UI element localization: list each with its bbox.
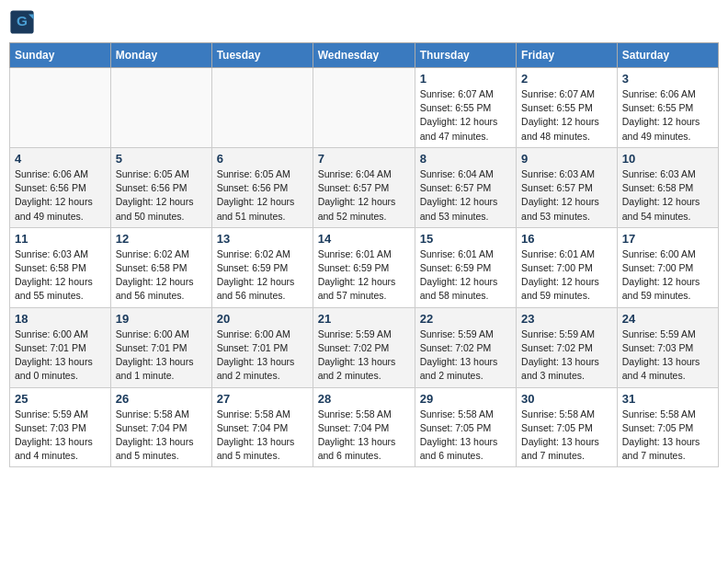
calendar-cell: 31Sunrise: 5:58 AMSunset: 7:05 PMDayligh… <box>617 387 718 467</box>
day-info: Sunrise: 6:05 AMSunset: 6:56 PMDaylight:… <box>217 167 308 224</box>
calendar-cell: 13Sunrise: 6:02 AMSunset: 6:59 PMDayligh… <box>211 227 313 307</box>
day-number: 3 <box>622 72 713 86</box>
weekday-header-sunday: Sunday <box>10 43 111 68</box>
calendar-cell: 25Sunrise: 5:59 AMSunset: 7:03 PMDayligh… <box>10 387 111 467</box>
day-number: 26 <box>116 392 207 406</box>
day-info: Sunrise: 6:03 AMSunset: 6:58 PMDaylight:… <box>15 247 106 304</box>
week-row-2: 4Sunrise: 6:06 AMSunset: 6:56 PMDaylight… <box>10 147 719 227</box>
day-number: 29 <box>420 392 511 406</box>
weekday-header-wednesday: Wednesday <box>313 43 415 68</box>
calendar-cell: 2Sunrise: 6:07 AMSunset: 6:55 PMDaylight… <box>517 68 618 148</box>
day-info: Sunrise: 6:04 AMSunset: 6:57 PMDaylight:… <box>420 167 511 224</box>
day-number: 12 <box>116 232 207 246</box>
calendar-cell: 15Sunrise: 6:01 AMSunset: 6:59 PMDayligh… <box>415 227 516 307</box>
day-number: 24 <box>622 312 713 326</box>
day-number: 13 <box>217 232 308 246</box>
logo: G <box>9 9 37 35</box>
day-info: Sunrise: 6:03 AMSunset: 6:58 PMDaylight:… <box>622 167 713 224</box>
calendar-table: SundayMondayTuesdayWednesdayThursdayFrid… <box>9 42 719 467</box>
calendar-cell: 19Sunrise: 6:00 AMSunset: 7:01 PMDayligh… <box>110 307 211 387</box>
weekday-header-saturday: Saturday <box>617 43 718 68</box>
calendar-cell <box>110 68 211 148</box>
calendar-cell: 20Sunrise: 6:00 AMSunset: 7:01 PMDayligh… <box>211 307 313 387</box>
weekday-header-monday: Monday <box>110 43 211 68</box>
day-number: 4 <box>15 152 106 166</box>
calendar-cell <box>10 68 111 148</box>
calendar-cell: 14Sunrise: 6:01 AMSunset: 6:59 PMDayligh… <box>313 227 415 307</box>
day-info: Sunrise: 5:59 AMSunset: 7:02 PMDaylight:… <box>521 327 612 384</box>
day-info: Sunrise: 5:59 AMSunset: 7:02 PMDaylight:… <box>318 327 410 384</box>
calendar-cell: 6Sunrise: 6:05 AMSunset: 6:56 PMDaylight… <box>211 147 313 227</box>
page-header: G <box>9 9 719 35</box>
week-row-5: 25Sunrise: 5:59 AMSunset: 7:03 PMDayligh… <box>10 387 719 467</box>
day-number: 18 <box>15 312 106 326</box>
calendar-cell: 5Sunrise: 6:05 AMSunset: 6:56 PMDaylight… <box>110 147 211 227</box>
day-info: Sunrise: 6:02 AMSunset: 6:58 PMDaylight:… <box>116 247 207 304</box>
calendar-cell: 8Sunrise: 6:04 AMSunset: 6:57 PMDaylight… <box>415 147 516 227</box>
calendar-cell: 16Sunrise: 6:01 AMSunset: 7:00 PMDayligh… <box>517 227 618 307</box>
day-info: Sunrise: 6:00 AMSunset: 7:01 PMDaylight:… <box>217 327 308 384</box>
day-info: Sunrise: 6:01 AMSunset: 6:59 PMDaylight:… <box>420 247 511 304</box>
day-number: 10 <box>622 152 713 166</box>
day-number: 8 <box>420 152 511 166</box>
day-number: 25 <box>15 392 106 406</box>
day-info: Sunrise: 5:58 AMSunset: 7:05 PMDaylight:… <box>622 408 713 464</box>
day-info: Sunrise: 5:59 AMSunset: 7:03 PMDaylight:… <box>622 327 713 384</box>
calendar-cell: 1Sunrise: 6:07 AMSunset: 6:55 PMDaylight… <box>415 68 516 148</box>
day-number: 21 <box>318 312 410 326</box>
day-number: 5 <box>116 152 207 166</box>
day-info: Sunrise: 5:58 AMSunset: 7:04 PMDaylight:… <box>318 408 410 464</box>
calendar-header: SundayMondayTuesdayWednesdayThursdayFrid… <box>10 43 719 68</box>
day-number: 1 <box>420 72 511 86</box>
day-info: Sunrise: 6:04 AMSunset: 6:57 PMDaylight:… <box>318 167 410 224</box>
calendar-cell <box>313 68 415 148</box>
week-row-4: 18Sunrise: 6:00 AMSunset: 7:01 PMDayligh… <box>10 307 719 387</box>
day-info: Sunrise: 6:07 AMSunset: 6:55 PMDaylight:… <box>420 87 511 144</box>
day-info: Sunrise: 6:06 AMSunset: 6:55 PMDaylight:… <box>622 87 713 144</box>
day-number: 2 <box>521 72 612 86</box>
calendar-cell: 29Sunrise: 5:58 AMSunset: 7:05 PMDayligh… <box>415 387 516 467</box>
weekday-header-thursday: Thursday <box>415 43 516 68</box>
calendar-cell: 30Sunrise: 5:58 AMSunset: 7:05 PMDayligh… <box>517 387 618 467</box>
day-info: Sunrise: 6:00 AMSunset: 7:01 PMDaylight:… <box>116 327 207 384</box>
calendar-body: 1Sunrise: 6:07 AMSunset: 6:55 PMDaylight… <box>10 68 719 467</box>
calendar-cell: 17Sunrise: 6:00 AMSunset: 7:00 PMDayligh… <box>617 227 718 307</box>
calendar-cell: 10Sunrise: 6:03 AMSunset: 6:58 PMDayligh… <box>617 147 718 227</box>
calendar-cell: 22Sunrise: 5:59 AMSunset: 7:02 PMDayligh… <box>415 307 516 387</box>
calendar-cell: 23Sunrise: 5:59 AMSunset: 7:02 PMDayligh… <box>517 307 618 387</box>
day-number: 14 <box>318 232 410 246</box>
day-info: Sunrise: 6:05 AMSunset: 6:56 PMDaylight:… <box>116 167 207 224</box>
day-number: 17 <box>622 232 713 246</box>
day-number: 16 <box>521 232 612 246</box>
day-info: Sunrise: 6:01 AMSunset: 6:59 PMDaylight:… <box>318 247 410 304</box>
calendar-cell: 7Sunrise: 6:04 AMSunset: 6:57 PMDaylight… <box>313 147 415 227</box>
week-row-3: 11Sunrise: 6:03 AMSunset: 6:58 PMDayligh… <box>10 227 719 307</box>
calendar-cell: 3Sunrise: 6:06 AMSunset: 6:55 PMDaylight… <box>617 68 718 148</box>
day-number: 11 <box>15 232 106 246</box>
day-info: Sunrise: 6:06 AMSunset: 6:56 PMDaylight:… <box>15 167 106 224</box>
calendar-cell: 4Sunrise: 6:06 AMSunset: 6:56 PMDaylight… <box>10 147 111 227</box>
calendar-cell: 9Sunrise: 6:03 AMSunset: 6:57 PMDaylight… <box>517 147 618 227</box>
day-number: 7 <box>318 152 410 166</box>
day-info: Sunrise: 6:00 AMSunset: 7:01 PMDaylight:… <box>15 327 106 384</box>
week-row-1: 1Sunrise: 6:07 AMSunset: 6:55 PMDaylight… <box>10 68 719 148</box>
day-number: 9 <box>521 152 612 166</box>
day-info: Sunrise: 6:00 AMSunset: 7:00 PMDaylight:… <box>622 247 713 304</box>
svg-text:G: G <box>17 13 28 29</box>
calendar-cell: 24Sunrise: 5:59 AMSunset: 7:03 PMDayligh… <box>617 307 718 387</box>
day-number: 30 <box>521 392 612 406</box>
day-number: 15 <box>420 232 511 246</box>
calendar-cell: 28Sunrise: 5:58 AMSunset: 7:04 PMDayligh… <box>313 387 415 467</box>
calendar-cell: 21Sunrise: 5:59 AMSunset: 7:02 PMDayligh… <box>313 307 415 387</box>
calendar-cell: 11Sunrise: 6:03 AMSunset: 6:58 PMDayligh… <box>10 227 111 307</box>
day-info: Sunrise: 5:58 AMSunset: 7:04 PMDaylight:… <box>116 408 207 464</box>
day-number: 6 <box>217 152 308 166</box>
day-info: Sunrise: 5:59 AMSunset: 7:03 PMDaylight:… <box>15 408 106 464</box>
day-info: Sunrise: 6:07 AMSunset: 6:55 PMDaylight:… <box>521 87 612 144</box>
day-info: Sunrise: 5:58 AMSunset: 7:05 PMDaylight:… <box>521 408 612 464</box>
day-number: 23 <box>521 312 612 326</box>
day-number: 22 <box>420 312 511 326</box>
day-info: Sunrise: 5:59 AMSunset: 7:02 PMDaylight:… <box>420 327 511 384</box>
day-number: 28 <box>318 392 410 406</box>
weekday-header-tuesday: Tuesday <box>211 43 313 68</box>
